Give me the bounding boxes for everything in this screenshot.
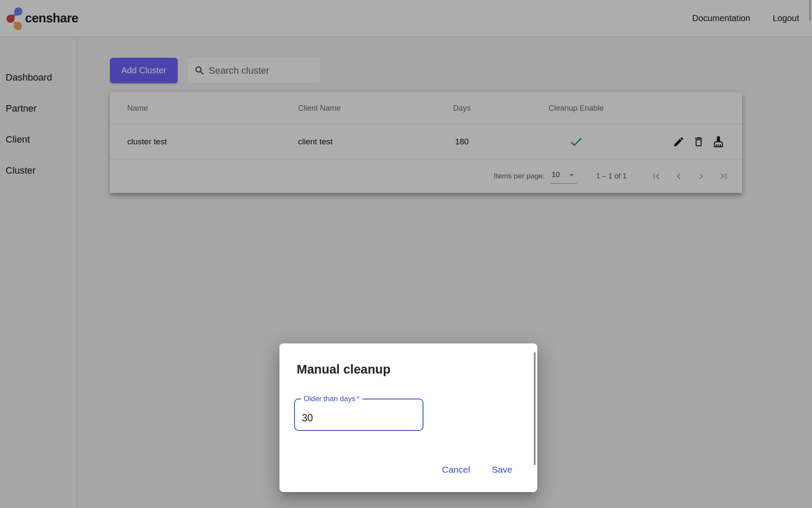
manual-cleanup-dialog: Manual cleanup Older than days* Cancel S…	[279, 343, 537, 492]
save-button[interactable]: Save	[491, 463, 513, 477]
older-than-days-input[interactable]	[295, 399, 423, 430]
older-than-days-field: Older than days*	[294, 399, 423, 431]
dialog-actions: Cancel Save	[441, 463, 513, 477]
page: censhare Documentation Logout Dashboard …	[0, 0, 812, 508]
cancel-button[interactable]: Cancel	[441, 463, 471, 477]
dialog-scrollbar-thumb[interactable]	[534, 352, 536, 465]
dialog-title: Manual cleanup	[297, 362, 391, 377]
